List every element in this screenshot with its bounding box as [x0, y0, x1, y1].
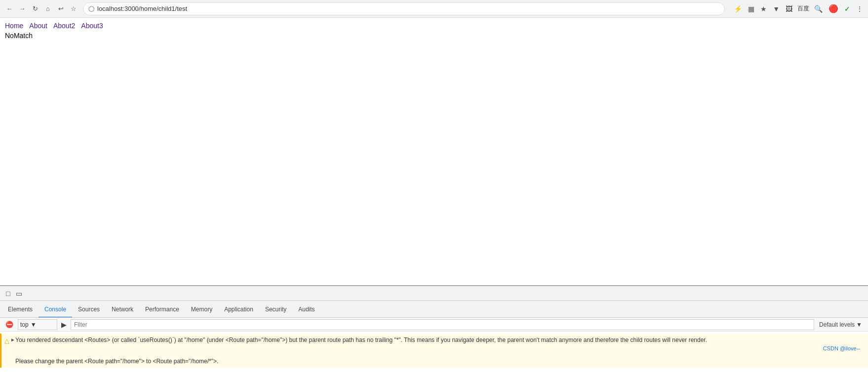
no-match-text: NoMatch [5, 32, 863, 40]
history-back-button[interactable]: ↩ [55, 3, 66, 14]
address-bar[interactable]: ◯ localhost:3000/home/child1/test [83, 2, 725, 15]
baidu-label: 百度 [797, 4, 809, 13]
nav-home-link[interactable]: Home [5, 22, 23, 30]
reload-button[interactable]: ↻ [30, 3, 40, 14]
lightning-icon[interactable]: ⚡ [733, 4, 743, 14]
forward-button[interactable]: → [17, 3, 28, 14]
browser-chrome: ← → ↻ ⌂ ↩ ☆ ◯ localhost:3000/home/child1… [0, 0, 868, 18]
back-button[interactable]: ← [4, 3, 15, 14]
page-content: Home About About2 About3 NoMatch [0, 18, 868, 285]
url-text: localhost:3000/home/child1/test [97, 5, 187, 12]
dropdown-icon[interactable]: ▼ [772, 4, 781, 14]
lock-icon: ◯ [88, 5, 94, 12]
avatar-icon[interactable]: 🔴 [828, 3, 839, 14]
nav-about2-link[interactable]: About2 [53, 22, 75, 30]
baidu-search-icon[interactable]: 🖼 [785, 4, 793, 14]
page-nav: Home About About2 About3 [5, 22, 863, 30]
browser-toolbar-right: ⚡ ▦ ★ ▼ 🖼 百度 🔍 🔴 ✓ ⋮ [733, 3, 864, 14]
extensions-icon[interactable]: ▦ [747, 4, 755, 14]
nav-about-link[interactable]: About [29, 22, 47, 30]
home-button[interactable]: ⌂ [42, 3, 53, 14]
star-icon[interactable]: ★ [759, 4, 768, 14]
bookmark-button[interactable]: ☆ [68, 3, 79, 14]
menu-icon[interactable]: ⋮ [855, 4, 864, 14]
nav-about3-link[interactable]: About3 [81, 22, 103, 30]
checkmark-icon[interactable]: ✓ [843, 4, 851, 14]
search-icon[interactable]: 🔍 [813, 4, 824, 14]
nav-buttons: ← → ↻ ⌂ ↩ ☆ [4, 3, 79, 14]
